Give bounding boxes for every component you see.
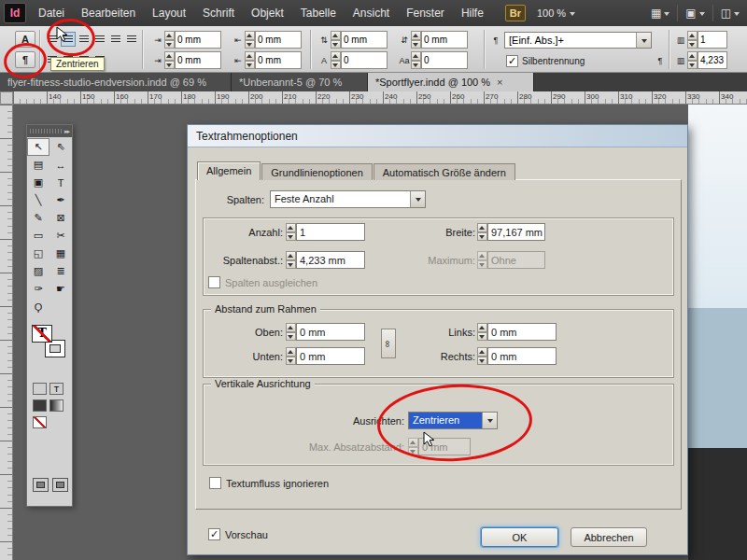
gradient-swatch-tool[interactable]: ▦ xyxy=(49,245,72,262)
arrange-documents-button[interactable]: ◫ xyxy=(713,0,747,26)
spalten-ausgleichen-checkbox[interactable] xyxy=(208,276,220,288)
note-tool[interactable]: ≣ xyxy=(49,262,72,280)
rectangle-frame-tool[interactable]: ⊠ xyxy=(49,209,72,227)
tab-unbenannt-5[interactable]: *Unbenannt-5 @ 70 % xyxy=(232,73,368,91)
menu-hilfe[interactable]: Hilfe xyxy=(453,0,492,26)
maximum-stepper xyxy=(477,251,487,269)
dialog-title-bar[interactable]: Textrahmenoptionen xyxy=(188,125,687,147)
formatting-affects-text-button[interactable]: T xyxy=(49,383,63,395)
normal-view-button[interactable] xyxy=(33,478,49,492)
unten-field[interactable]: 0 mm xyxy=(286,347,365,365)
space-before-value[interactable]: 0 mm xyxy=(341,31,388,49)
drop-cap-chars-value[interactable]: 0 xyxy=(421,51,468,69)
apply-none-button[interactable] xyxy=(33,416,47,428)
gutter-value[interactable]: 4,233 xyxy=(698,51,727,69)
rechts-field[interactable]: 0 mm xyxy=(477,347,557,365)
ruler-unit-label: 320 xyxy=(654,92,666,101)
make-all-settings-same-button[interactable]: ∞ xyxy=(381,329,396,358)
content-collector-tool[interactable]: ▣ xyxy=(27,174,49,191)
left-indent-stepper[interactable] xyxy=(164,31,175,49)
vertical-ruler[interactable] xyxy=(0,105,13,560)
preview-view-button[interactable] xyxy=(52,478,68,492)
apply-gradient-button[interactable] xyxy=(49,399,63,412)
space-after-value[interactable]: 0 mm xyxy=(421,31,468,49)
anzahl-field[interactable]: 1 xyxy=(286,223,365,241)
fill-color-box[interactable]: T xyxy=(32,325,52,343)
zoom-level-control[interactable]: 100 % xyxy=(537,7,575,19)
tab-allgemein[interactable]: Allgemein xyxy=(197,161,261,180)
horizontal-ruler[interactable]: 1401501601701801902002102202302402502602… xyxy=(13,91,747,105)
vorschau-checkbox[interactable]: ✓ xyxy=(208,528,220,540)
rectangle-tool[interactable]: ▭ xyxy=(27,227,49,245)
line-tool[interactable]: ╲ xyxy=(27,191,49,209)
first-line-indent-stepper[interactable] xyxy=(164,51,175,69)
drop-cap-chars-stepper[interactable] xyxy=(411,51,421,69)
columns-stepper[interactable] xyxy=(687,31,698,49)
unten-stepper[interactable] xyxy=(286,347,296,365)
left-indent-value[interactable]: 0 mm xyxy=(175,31,221,49)
pen-tool[interactable]: ✒ xyxy=(49,191,72,209)
oben-stepper[interactable] xyxy=(286,323,296,341)
breite-field[interactable]: 97,167 mm xyxy=(477,223,545,241)
abbrechen-button[interactable]: Abbrechen xyxy=(571,527,647,547)
eyedropper-tool[interactable]: ✑ xyxy=(27,280,49,298)
drop-cap-lines-value[interactable]: 0 xyxy=(341,51,388,69)
zoom-tool[interactable]: Ϙ xyxy=(27,298,49,315)
page-tool[interactable]: ▤ xyxy=(27,156,49,174)
textumfluss-checkbox[interactable] xyxy=(209,477,221,489)
close-icon[interactable]: × xyxy=(497,77,502,88)
gradient-feather-tool[interactable]: ▨ xyxy=(27,262,49,280)
apply-color-button[interactable] xyxy=(33,399,47,412)
rechts-stepper[interactable] xyxy=(477,347,487,365)
right-indent-value[interactable]: 0 mm xyxy=(255,31,302,49)
tab-grundlinienoptionen[interactable]: Grundlinienoptionen xyxy=(261,163,372,180)
ruler-origin-box[interactable] xyxy=(0,91,13,105)
spaltenabstand-stepper[interactable] xyxy=(286,251,296,269)
menu-schrift[interactable]: Schrift xyxy=(194,0,243,26)
bridge-button[interactable]: Br xyxy=(505,5,526,21)
right-indent-stepper[interactable] xyxy=(245,31,255,49)
view-options-button[interactable]: ▦ xyxy=(643,0,677,26)
gap-tool[interactable]: ↔ xyxy=(49,156,72,174)
selection-tool[interactable]: ↖ xyxy=(27,138,49,156)
justify-center-button[interactable] xyxy=(108,32,123,47)
tab-automatisch-groesse-aendern[interactable]: Automatisch Größe ändern xyxy=(374,163,515,180)
document-image-area[interactable] xyxy=(688,308,747,448)
breite-stepper[interactable] xyxy=(477,223,487,241)
space-before-stepper[interactable] xyxy=(331,31,341,49)
ok-button[interactable]: OK xyxy=(481,527,558,547)
menu-layout[interactable]: Layout xyxy=(144,0,194,26)
hand-tool[interactable]: ☛ xyxy=(49,280,72,298)
formatting-affects-container-button[interactable] xyxy=(33,383,47,395)
menu-ansicht[interactable]: Ansicht xyxy=(345,0,398,26)
menu-fenster[interactable]: Fenster xyxy=(398,0,453,26)
menu-objekt[interactable]: Objekt xyxy=(243,0,292,26)
hyphenation-checkbox[interactable]: ✓ xyxy=(506,55,518,67)
scissors-tool[interactable]: ✂ xyxy=(49,227,72,245)
last-line-indent-value[interactable]: 0 mm xyxy=(255,51,302,69)
first-line-indent-value[interactable]: 0 mm xyxy=(175,51,221,69)
menu-tabelle[interactable]: Tabelle xyxy=(292,0,345,26)
screen-mode-button[interactable]: ▣ xyxy=(678,0,712,26)
justify-all-button[interactable] xyxy=(124,32,139,47)
columns-count-value[interactable]: 1 xyxy=(698,31,727,49)
panel-collapse-icon[interactable]: ▸▸ xyxy=(64,128,69,135)
drop-cap-lines-stepper[interactable] xyxy=(331,51,341,69)
type-tool[interactable]: T xyxy=(49,174,72,191)
paragraph-style-dropdown[interactable]: [Einf. Abs.]+ xyxy=(504,32,652,49)
spalten-dropdown[interactable]: Feste Anzahl xyxy=(270,190,426,208)
anzahl-stepper[interactable] xyxy=(286,223,296,241)
space-after-stepper[interactable] xyxy=(411,31,421,49)
document-page-area[interactable] xyxy=(688,105,747,308)
direct-selection-tool[interactable]: ⇖ xyxy=(49,138,72,156)
tools-panel-header[interactable]: ▸▸ xyxy=(27,125,72,137)
links-field[interactable]: 0 mm xyxy=(477,323,557,341)
last-line-indent-stepper[interactable] xyxy=(245,51,255,69)
pencil-tool[interactable]: ✎ xyxy=(27,209,49,227)
gutter-stepper[interactable] xyxy=(687,51,698,69)
free-transform-tool[interactable]: ◱ xyxy=(27,245,49,262)
spaltenabstand-field[interactable]: 4,233 mm xyxy=(286,251,365,269)
oben-field[interactable]: 0 mm xyxy=(286,323,365,341)
links-stepper[interactable] xyxy=(477,323,487,341)
tab-sportflyer[interactable]: *Sportflyer.indd @ 100 % × xyxy=(368,73,534,91)
